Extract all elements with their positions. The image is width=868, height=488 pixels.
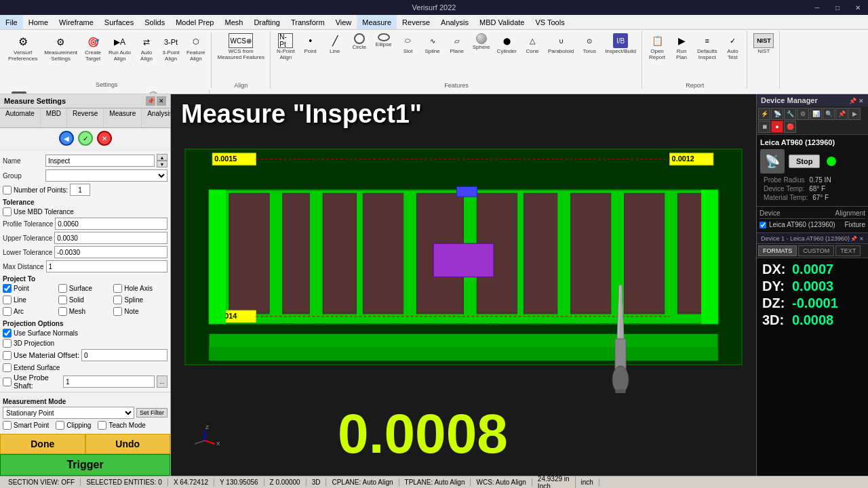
- dxyz-close-button[interactable]: ✕: [859, 236, 864, 242]
- menu-item-solids[interactable]: Solids: [139, 15, 170, 29]
- menu-item-mbd[interactable]: MBD Validate: [474, 15, 530, 29]
- use-mbd-check[interactable]: [3, 207, 12, 216]
- name-index-down[interactable]: ▼: [157, 161, 167, 167]
- num-points-check[interactable]: [3, 186, 12, 195]
- menu-item-transform[interactable]: Transform: [285, 15, 330, 29]
- menu-item-home[interactable]: Home: [23, 15, 54, 29]
- proj-solid-check[interactable]: [58, 296, 67, 304]
- toolbar-btn-circle[interactable]: Circle: [348, 31, 371, 62]
- prog-btn-ok[interactable]: ✓: [78, 131, 93, 146]
- proj-spline-check[interactable]: [113, 296, 122, 304]
- teach-mode-check[interactable]: [98, 421, 106, 430]
- device-icon-4[interactable]: ⚙: [797, 108, 809, 120]
- probe-shaft-check[interactable]: [3, 378, 12, 386]
- dxyz-pin-button[interactable]: 📌: [850, 236, 857, 242]
- toolbar-btn-spline[interactable]: ∿ Spline: [421, 31, 444, 62]
- device-icon-3[interactable]: 🔧: [784, 108, 796, 120]
- proj-line-check[interactable]: [3, 296, 12, 304]
- toolbar-btn-slot[interactable]: ⬭ Slot: [397, 31, 420, 62]
- toolbar-btn-verisurf-prefs[interactable]: ⚙ VerisurfPreferences: [5, 33, 40, 64]
- probe-shaft-extra-button[interactable]: ...: [157, 375, 167, 388]
- probe-shaft-input[interactable]: [63, 375, 155, 388]
- menu-item-mesh[interactable]: Mesh: [219, 15, 248, 29]
- dxyz-tab-custom[interactable]: CUSTOM: [798, 245, 834, 256]
- device-icon-7[interactable]: 📌: [835, 108, 848, 120]
- stop-button[interactable]: Stop: [789, 155, 820, 168]
- menu-item-wireframe[interactable]: Wireframe: [54, 15, 99, 29]
- toolbar-btn-run-auto-align[interactable]: ▶A Run AutoAlign: [106, 33, 134, 64]
- toolbar-btn-3point-align[interactable]: 3-Pt 3-PointAlign: [159, 33, 182, 64]
- tab-mbd[interactable]: MBD: [41, 108, 67, 127]
- toolbar-btn-plane[interactable]: ▱ Plane: [446, 31, 469, 62]
- device-icon-1[interactable]: ⚡: [758, 108, 770, 120]
- toolbar-btn-feature-align[interactable]: ⬡ FeatureAlign: [184, 33, 208, 64]
- toolbar-btn-wcs[interactable]: WCS⊕ WCS fromMeasured Features: [215, 31, 267, 62]
- dxyz-tab-formats[interactable]: FORMATS: [758, 245, 797, 256]
- toolbar-btn-create-target[interactable]: 🎯 CreateTarget: [81, 33, 104, 64]
- prog-btn-cancel[interactable]: ✕: [97, 131, 112, 146]
- proj-arc-check[interactable]: [3, 307, 12, 316]
- prog-btn-back[interactable]: ◀: [59, 131, 74, 146]
- toolbar-btn-open-report[interactable]: 📋 OpenReport: [646, 31, 669, 62]
- menu-item-view[interactable]: View: [330, 15, 357, 29]
- tab-measure[interactable]: Measure: [104, 108, 142, 127]
- toolbar-btn-measurement-settings[interactable]: ⚙ MeasurementSettings: [41, 33, 80, 64]
- toolbar-btn-point[interactable]: • Point: [299, 31, 322, 62]
- device-manager-close-button[interactable]: ✕: [859, 98, 864, 104]
- tab-analysis[interactable]: Analysis: [142, 108, 170, 127]
- minimize-button[interactable]: ─: [807, 0, 827, 15]
- device-icon-2[interactable]: 📡: [771, 108, 783, 120]
- maximize-button[interactable]: □: [827, 0, 848, 15]
- toolbar-btn-defaults-inspect[interactable]: ≡ DefaultsInspect: [694, 31, 719, 62]
- done-button[interactable]: Done: [0, 434, 85, 454]
- toolbar-btn-auto-align[interactable]: ⇄ AutoAlign: [135, 33, 158, 64]
- menu-item-modelprep[interactable]: Model Prep: [170, 15, 219, 29]
- toolbar-btn-line[interactable]: ╱ Line: [323, 31, 347, 62]
- undo-button[interactable]: Undo: [85, 434, 171, 454]
- toolbar-btn-device-manager[interactable]: 📡 DeviceManager: [5, 89, 33, 94]
- toolbar-btn-smart-point[interactable]: ◈ SmartPoint: [85, 89, 108, 94]
- menu-item-analysis[interactable]: Analysis: [435, 15, 474, 29]
- proj-point-check[interactable]: [3, 284, 12, 293]
- smart-point-check[interactable]: [3, 421, 12, 430]
- use-surface-normals-check[interactable]: [3, 329, 12, 338]
- panel-close-button[interactable]: ✕: [157, 96, 166, 106]
- toolbar-btn-nist[interactable]: NIST NIST: [751, 31, 776, 56]
- profile-tol-input[interactable]: [55, 218, 167, 230]
- menu-item-surfaces[interactable]: Surfaces: [99, 15, 139, 29]
- dxyz-tab-text[interactable]: TEXT: [835, 245, 861, 256]
- toolbar-btn-paraboloid[interactable]: ∪ Paraboloid: [545, 31, 576, 62]
- proj-note-check[interactable]: [113, 307, 122, 316]
- menu-item-file[interactable]: File: [0, 15, 23, 29]
- tree-device-check[interactable]: [760, 222, 766, 228]
- menu-item-vstools[interactable]: VS Tools: [530, 15, 570, 29]
- meas-mode-select[interactable]: Stationary Point: [3, 407, 134, 419]
- material-offset-check[interactable]: [3, 351, 12, 360]
- set-filter-button[interactable]: Set Filter: [136, 408, 167, 418]
- toolbar-btn-probe-manager[interactable]: 🔍 ProbeManager: [109, 89, 136, 94]
- toolbar-btn-sphere-calibration[interactable]: SphereCalibration: [138, 89, 169, 94]
- device-icon-8[interactable]: ▶: [848, 108, 861, 120]
- name-input[interactable]: [45, 155, 155, 167]
- toolbar-btn-npoint[interactable]: N-Pt N-PointAlign: [274, 31, 298, 62]
- max-dist-input[interactable]: [46, 260, 167, 272]
- toolbar-btn-cylinder[interactable]: ⬤ Cylinder: [494, 31, 519, 62]
- toolbar-btn-auto-test[interactable]: ✓ AutoTest: [721, 31, 744, 62]
- close-button[interactable]: ✕: [848, 0, 868, 15]
- menu-item-reverse[interactable]: Reverse: [397, 15, 435, 29]
- device-manager-pin-button[interactable]: 📌: [849, 98, 856, 104]
- proj-surface-check[interactable]: [58, 284, 67, 293]
- menu-item-drafting[interactable]: Drafting: [248, 15, 285, 29]
- device-icon-10[interactable]: ●: [771, 121, 783, 133]
- panel-pin-button[interactable]: 📌: [146, 96, 155, 106]
- material-offset-input[interactable]: [81, 349, 167, 361]
- tab-automate[interactable]: Automate: [0, 108, 41, 127]
- menu-item-measure[interactable]: Measure: [357, 15, 397, 29]
- device-icon-9[interactable]: ⏹: [758, 121, 770, 133]
- trigger-button[interactable]: Trigger: [0, 454, 170, 476]
- toolbar-btn-torus[interactable]: ⊙ Torus: [578, 31, 601, 62]
- device-icon-6[interactable]: 🔍: [823, 108, 835, 120]
- use-3d-projection-check[interactable]: [3, 339, 12, 348]
- toolbar-btn-sphere[interactable]: Sphere: [470, 31, 493, 62]
- proj-mesh-check[interactable]: [58, 307, 67, 316]
